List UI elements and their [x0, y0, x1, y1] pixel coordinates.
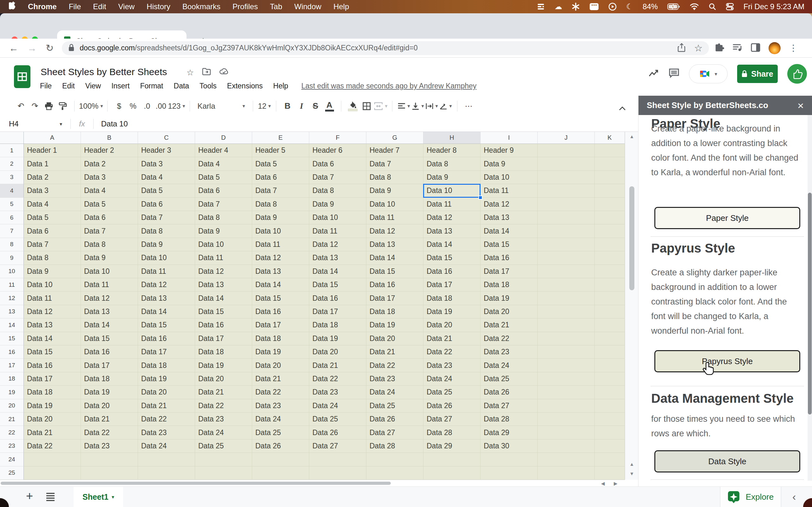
- cell-K8[interactable]: [595, 238, 625, 251]
- user-avatar[interactable]: [787, 64, 807, 83]
- cell-B1[interactable]: Header 2: [81, 144, 138, 157]
- cell-A20[interactable]: Data 19: [24, 399, 81, 412]
- cell-E19[interactable]: Data 22: [252, 386, 309, 399]
- cell-E9[interactable]: Data 12: [252, 251, 309, 265]
- cell-H7[interactable]: Data 13: [423, 224, 480, 238]
- sheet-tab-dropdown-icon[interactable]: ▾: [112, 494, 114, 500]
- cell-K20[interactable]: [595, 399, 625, 412]
- row-header-22[interactable]: 22: [0, 426, 24, 439]
- row-header-10[interactable]: 10: [0, 265, 24, 278]
- row-header-18[interactable]: 18: [0, 372, 24, 386]
- cell-K6[interactable]: [595, 211, 625, 224]
- column-header-E[interactable]: E: [252, 132, 309, 144]
- cell-F17[interactable]: Data 21: [309, 359, 366, 372]
- side-panel-icon[interactable]: [751, 43, 760, 54]
- cell-D1[interactable]: Header 4: [195, 144, 252, 157]
- cell-D8[interactable]: Data 10: [195, 238, 252, 251]
- cell-C13[interactable]: Data 14: [138, 305, 195, 319]
- merge-cells-icon[interactable]: ▾: [374, 99, 388, 113]
- cell-J2[interactable]: [538, 157, 595, 170]
- cell-I4[interactable]: Data 11: [480, 184, 538, 198]
- column-header-D[interactable]: D: [195, 132, 252, 144]
- cell-H21[interactable]: Data 27: [423, 412, 480, 426]
- cell-I1[interactable]: Header 9: [480, 144, 538, 157]
- horizontal-align-icon[interactable]: ▾: [397, 99, 411, 113]
- cell-I17[interactable]: Data 24: [480, 359, 538, 372]
- cell-B22[interactable]: Data 22: [81, 426, 138, 439]
- cell-B14[interactable]: Data 14: [81, 319, 138, 332]
- cell-B6[interactable]: Data 6: [81, 211, 138, 224]
- borders-icon[interactable]: [360, 99, 374, 113]
- cell-E1[interactable]: Header 5: [252, 144, 309, 157]
- cell-A24[interactable]: [24, 453, 81, 466]
- cell-F6[interactable]: Data 10: [309, 211, 366, 224]
- control-center-icon[interactable]: [726, 3, 734, 10]
- cell-B12[interactable]: Data 12: [81, 291, 138, 305]
- cell-F3[interactable]: Data 7: [309, 171, 366, 184]
- cell-D18[interactable]: Data 20: [195, 372, 252, 386]
- collapse-sidebar-icon[interactable]: ‹: [792, 491, 796, 503]
- cell-C21[interactable]: Data 22: [138, 412, 195, 426]
- cell-A4[interactable]: Data 3: [24, 184, 81, 198]
- cell-E3[interactable]: Data 6: [252, 171, 309, 184]
- cell-G5[interactable]: Data 10: [366, 198, 423, 211]
- cell-I12[interactable]: Data 19: [480, 291, 538, 305]
- cell-A8[interactable]: Data 7: [24, 238, 81, 251]
- cell-D2[interactable]: Data 4: [195, 157, 252, 170]
- cell-K14[interactable]: [595, 319, 625, 332]
- cell-G23[interactable]: Data 28: [366, 440, 423, 453]
- cell-A15[interactable]: Data 14: [24, 332, 81, 345]
- number-format-select[interactable]: 123▾: [168, 99, 185, 113]
- cell-E25[interactable]: [252, 466, 309, 480]
- cell-E24[interactable]: [252, 453, 309, 466]
- browser-menu-icon[interactable]: ⋮: [789, 43, 798, 53]
- row-header-14[interactable]: 14: [0, 319, 24, 332]
- text-color-button[interactable]: A: [322, 99, 337, 113]
- cell-B17[interactable]: Data 17: [81, 359, 138, 372]
- cell-J3[interactable]: [538, 171, 595, 184]
- cell-H17[interactable]: Data 23: [423, 359, 480, 372]
- meet-button[interactable]: ▾: [689, 64, 728, 83]
- cell-D22[interactable]: Data 24: [195, 426, 252, 439]
- cell-F10[interactable]: Data 14: [309, 265, 366, 278]
- cell-J10[interactable]: [538, 265, 595, 278]
- cell-E4[interactable]: Data 7: [252, 184, 309, 198]
- sidebar-close-icon[interactable]: ×: [798, 100, 804, 111]
- column-header-H[interactable]: H: [423, 132, 480, 144]
- menu-item-window[interactable]: Window: [294, 2, 321, 11]
- cell-C14[interactable]: Data 15: [138, 319, 195, 332]
- row-header-21[interactable]: 21: [0, 412, 24, 426]
- cell-C15[interactable]: Data 16: [138, 332, 195, 345]
- select-all-corner[interactable]: [0, 132, 24, 144]
- sheets-menu-edit[interactable]: Edit: [62, 82, 75, 90]
- zoom-select[interactable]: 100%▾: [79, 99, 103, 113]
- column-header-G[interactable]: G: [366, 132, 423, 144]
- italic-button[interactable]: I: [295, 99, 309, 113]
- menu-item-chrome[interactable]: Chrome: [28, 2, 57, 11]
- star-document-icon[interactable]: ☆: [187, 68, 194, 78]
- cell-H25[interactable]: [423, 466, 480, 480]
- cell-B2[interactable]: Data 2: [81, 157, 138, 170]
- cell-I15[interactable]: Data 22: [480, 332, 538, 345]
- row-header-11[interactable]: 11: [0, 278, 24, 291]
- sheets-menu-format[interactable]: Format: [140, 82, 163, 90]
- cell-A2[interactable]: Data 1: [24, 157, 81, 170]
- scroll-up-icon[interactable]: ▲: [625, 134, 639, 139]
- cell-K13[interactable]: [595, 305, 625, 319]
- cell-C2[interactable]: Data 3: [138, 157, 195, 170]
- status-lines-icon[interactable]: [537, 3, 545, 11]
- menu-item-tab[interactable]: Tab: [270, 2, 282, 11]
- cell-H16[interactable]: Data 22: [423, 345, 480, 359]
- cell-B5[interactable]: Data 5: [81, 198, 138, 211]
- cell-I13[interactable]: Data 20: [480, 305, 538, 319]
- cell-B8[interactable]: Data 8: [81, 238, 138, 251]
- cell-H11[interactable]: Data 17: [423, 278, 480, 291]
- menu-item-view[interactable]: View: [118, 2, 135, 11]
- cell-F21[interactable]: Data 25: [309, 412, 366, 426]
- move-folder-icon[interactable]: [202, 68, 211, 78]
- column-header-C[interactable]: C: [138, 132, 195, 144]
- cell-F19[interactable]: Data 23: [309, 386, 366, 399]
- explore-button[interactable]: Explore: [720, 487, 780, 507]
- cell-J5[interactable]: [538, 198, 595, 211]
- row-header-24[interactable]: 24: [0, 453, 24, 466]
